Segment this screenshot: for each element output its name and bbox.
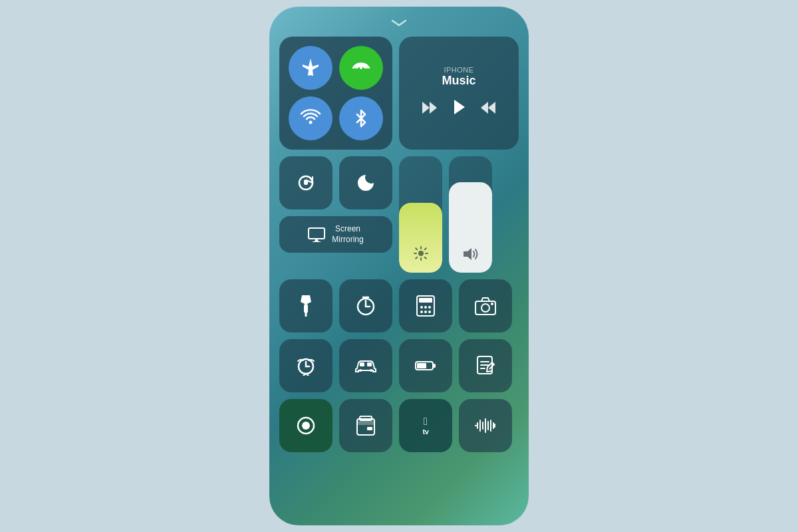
svg-marker-6 (488, 102, 495, 114)
brightness-slider[interactable] (399, 156, 442, 273)
svg-point-46 (370, 369, 372, 372)
timer-button[interactable] (339, 279, 392, 332)
control-center: IPHONE Music (279, 37, 519, 452)
screen-mirroring-button[interactable]: Screen Mirroring (279, 216, 392, 253)
svg-marker-22 (301, 295, 311, 305)
row-extras (279, 339, 519, 392)
volume-slider[interactable] (449, 156, 492, 273)
screen-record-button[interactable] (279, 399, 332, 452)
flashlight-button[interactable] (279, 279, 332, 332)
row-connectivity-music: IPHONE Music (279, 37, 519, 150)
screen-mirroring-label: Screen Mirroring (332, 224, 363, 245)
wallet-button[interactable] (339, 399, 392, 452)
svg-rect-48 (367, 362, 372, 366)
svg-point-34 (420, 311, 423, 313)
svg-rect-50 (417, 363, 426, 368)
row-controls: Screen Mirroring (279, 156, 519, 273)
music-controls (422, 98, 495, 120)
cellular-button[interactable] (339, 46, 383, 90)
row-utilities (279, 279, 519, 332)
svg-line-20 (416, 257, 417, 259)
svg-point-57 (302, 422, 310, 430)
svg-point-39 (491, 303, 493, 305)
svg-point-36 (428, 311, 431, 313)
fast-forward-button[interactable] (481, 102, 495, 117)
svg-line-19 (424, 248, 426, 249)
svg-rect-61 (367, 427, 372, 430)
carplay-button[interactable] (339, 339, 392, 392)
alarm-button[interactable] (279, 339, 332, 392)
low-power-button[interactable] (399, 339, 452, 392)
row-media:  tv (279, 399, 519, 452)
svg-point-38 (481, 304, 489, 312)
svg-rect-30 (419, 298, 432, 303)
small-buttons-row (279, 156, 392, 209)
rotation-lock-button[interactable] (279, 156, 332, 209)
camera-button[interactable] (459, 279, 512, 332)
svg-marker-21 (464, 248, 471, 260)
airplane-mode-button[interactable] (289, 46, 332, 90)
music-title: Music (442, 74, 475, 88)
svg-point-45 (359, 369, 362, 372)
svg-point-33 (428, 306, 431, 309)
apple-tv-button[interactable]:  tv (399, 399, 452, 452)
svg-point-32 (424, 306, 427, 309)
play-button[interactable] (450, 98, 467, 120)
svg-point-1 (309, 121, 313, 124)
music-block[interactable]: IPHONE Music (399, 37, 519, 150)
svg-line-17 (416, 248, 417, 249)
calculator-button[interactable] (399, 279, 452, 332)
bluetooth-button[interactable] (339, 96, 383, 140)
brightness-icon (413, 245, 429, 265)
connectivity-block (279, 37, 392, 150)
left-controls-col: Screen Mirroring (279, 156, 392, 253)
svg-rect-9 (309, 228, 325, 239)
svg-marker-2 (422, 102, 430, 114)
svg-marker-5 (481, 102, 488, 114)
svg-rect-59 (357, 421, 374, 425)
pull-down-indicator[interactable] (391, 15, 407, 30)
music-source-label: IPHONE (442, 66, 475, 74)
voice-memos-button[interactable] (459, 399, 512, 452)
do-not-disturb-button[interactable] (339, 156, 392, 209)
svg-rect-51 (433, 364, 436, 368)
svg-line-18 (424, 257, 426, 259)
svg-marker-3 (430, 102, 437, 114)
svg-point-31 (420, 306, 423, 309)
svg-rect-23 (304, 304, 308, 313)
svg-marker-4 (454, 100, 465, 114)
notes-button[interactable] (459, 339, 512, 392)
volume-icon (462, 247, 479, 265)
svg-point-35 (424, 311, 427, 313)
phone-frame: IPHONE Music (269, 7, 529, 525)
svg-rect-47 (360, 362, 364, 366)
sliders-col (399, 156, 492, 273)
svg-point-12 (418, 251, 424, 256)
wifi-button[interactable] (289, 96, 332, 140)
music-source: IPHONE Music (442, 66, 475, 88)
rewind-button[interactable] (422, 102, 437, 117)
